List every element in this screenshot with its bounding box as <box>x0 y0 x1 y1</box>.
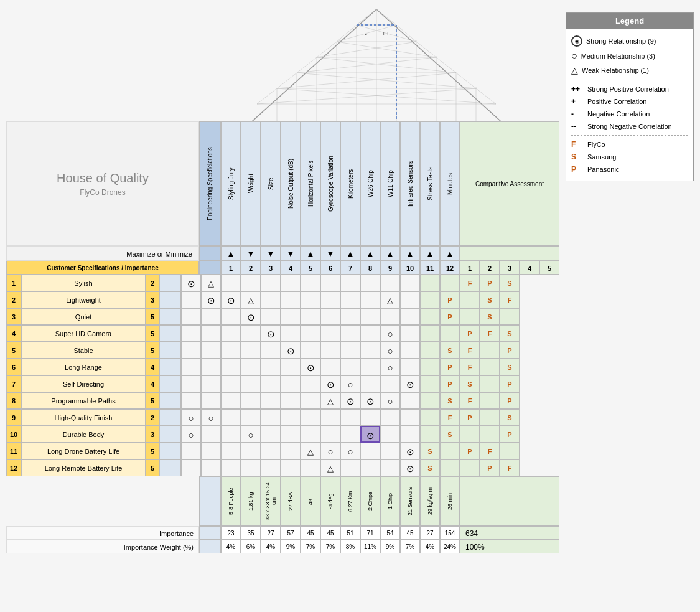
row-num-12: 12 <box>6 459 21 476</box>
svg-line-24 <box>297 57 317 73</box>
cell-6-7: ⊙ <box>301 359 320 375</box>
importance-7: 4 <box>146 375 159 392</box>
tech-col-12: Minutes <box>440 121 460 246</box>
target-label-space <box>6 476 199 526</box>
cell-5-4 <box>241 342 261 359</box>
maximize-minimize-row: Maximize or Minimize ▲ ▼ ▼ ▼ ▲ ▼ ▲ ▲ ▲ ▲… <box>6 246 559 261</box>
legend-neg: - Negative Correlation <box>571 108 688 120</box>
target-7: 6.27 Km <box>340 476 360 526</box>
cell-5-10 <box>360 342 380 359</box>
tech-col-2: Weight <box>241 121 261 246</box>
weak-rel-icon: △ <box>571 65 578 75</box>
importance-weight-row: Importance Weight (%) 4% 6% 4% 9% 7% 7% … <box>6 540 559 553</box>
cell-8-8: △ <box>320 392 340 409</box>
cell-11-6 <box>281 443 301 459</box>
cell-3-4: ⊙ <box>241 308 261 325</box>
cust-spec-5: Stable <box>21 342 146 359</box>
comp-assess-header: Comparitive Assessment <box>460 121 559 246</box>
comp-12-1: S <box>420 459 440 476</box>
cell-1-2: △ <box>201 275 221 291</box>
mm-cell-7: ▲ <box>340 246 360 261</box>
cell-12-1 <box>181 459 201 476</box>
cell-5-12 <box>400 342 420 359</box>
comp-9-5: S <box>500 409 520 426</box>
num-eng <box>199 261 221 275</box>
cell-11-3 <box>221 443 241 459</box>
svg-line-25 <box>436 57 456 73</box>
cell-4-9 <box>340 325 360 342</box>
cell-7-6 <box>281 375 301 392</box>
comp-12-4: P <box>480 459 500 476</box>
row-num-7: 7 <box>6 375 21 392</box>
cell-1-6 <box>281 275 301 291</box>
legend-strong-rel-label: Strong Relationship (9) <box>586 37 656 45</box>
comp-8-3: F <box>460 392 480 409</box>
eng-cell-1 <box>159 275 181 291</box>
cell-3-8 <box>320 308 340 325</box>
imp-2: 35 <box>241 526 261 540</box>
comp-2-3 <box>460 291 480 308</box>
data-row-3: 3 Quiet 5 ⊙ P S <box>6 308 559 325</box>
cell-11-5 <box>261 443 281 459</box>
cell-8-1 <box>181 392 201 409</box>
cell-7-5 <box>261 375 281 392</box>
cell-12-8: △ <box>320 459 340 476</box>
tech-col-10: Infrared Sensors <box>400 121 420 246</box>
eng-cell-2 <box>159 291 181 308</box>
comp-6-3: F <box>460 359 480 375</box>
comp-7-4 <box>480 375 500 392</box>
cell-1-4 <box>241 275 261 291</box>
svg-line-18 <box>337 25 357 42</box>
target-row: 5-8 People 1.81 kg 33 x 33 x 15.24 cm 27… <box>6 476 559 526</box>
comp-3-1 <box>420 308 440 325</box>
cell-2-12 <box>400 291 420 308</box>
target-eng-cell <box>199 476 221 526</box>
mm-cell-4: ▼ <box>281 246 301 261</box>
comp-5-4 <box>480 342 500 359</box>
cell-8-7 <box>301 392 320 409</box>
target-8: 2 Chips <box>360 476 380 526</box>
cell-3-11 <box>380 308 400 325</box>
comp-11-5 <box>500 443 520 459</box>
cust-spec-3: Quiet <box>21 308 146 325</box>
importance-4: 5 <box>146 325 159 342</box>
impw-eng-cell <box>199 540 221 553</box>
cell-8-5 <box>261 392 281 409</box>
eng-cell-11 <box>159 443 181 459</box>
comp-4-3: P <box>460 325 480 342</box>
comp-2-4: S <box>480 291 500 308</box>
medium-rel-icon: ○ <box>571 50 577 62</box>
comp-10-4 <box>480 426 500 443</box>
samsung-icon: S <box>571 153 584 161</box>
impw-5: 7% <box>301 540 320 553</box>
cell-1-3 <box>221 275 241 291</box>
cell-3-6 <box>281 308 301 325</box>
comp-4-5: S <box>500 325 520 342</box>
cell-2-1 <box>181 291 201 308</box>
mm-cell-12: ▲ <box>440 246 460 261</box>
mm-cell-9: ▲ <box>380 246 400 261</box>
cell-12-9 <box>340 459 360 476</box>
cell-2-7 <box>301 291 320 308</box>
cell-11-8: ○ <box>320 443 340 459</box>
importance-12: 5 <box>146 459 159 476</box>
impw-11: 4% <box>420 540 440 553</box>
cell-9-2: ○ <box>201 409 221 426</box>
impw-9: 9% <box>380 540 400 553</box>
comp-9-4 <box>480 409 500 426</box>
svg-line-19 <box>396 25 416 42</box>
cust-spec-11: Long Drone Battery Life <box>21 443 146 459</box>
eng-cell-12 <box>159 459 181 476</box>
cell-8-2 <box>201 392 221 409</box>
cs-header-row: Customer Specifications / Importance 1 2… <box>6 261 559 275</box>
cell-2-5 <box>261 291 281 308</box>
importance-1: 2 <box>146 275 159 291</box>
comp-2-5: F <box>500 291 520 308</box>
comp-12-5: F <box>500 459 520 476</box>
svg-line-27 <box>456 73 476 88</box>
comp-5-3: F <box>460 342 480 359</box>
comp-6-2: P <box>440 359 460 375</box>
cell-6-6 <box>281 359 301 375</box>
cell-1-11 <box>380 275 400 291</box>
mm-cell-2: ▼ <box>241 246 261 261</box>
